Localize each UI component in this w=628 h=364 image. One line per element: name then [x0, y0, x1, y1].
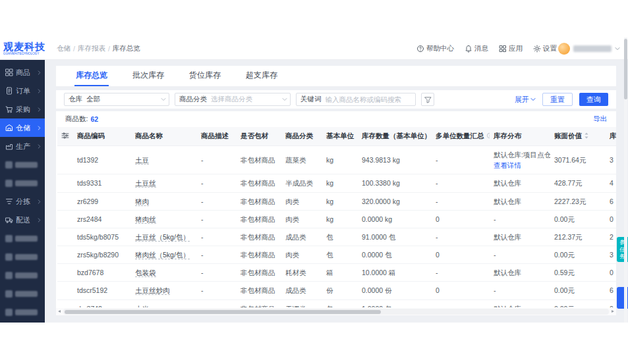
tab-3[interactable]: 超支库存 [244, 70, 279, 86]
vertical-scrollbar-thumb[interactable] [624, 39, 627, 99]
sidebar-item-blurred[interactable] [0, 174, 45, 192]
header-action-label: 消息 [474, 44, 488, 53]
sidebar-item-sorting[interactable]: 分拣 [0, 192, 45, 211]
cell-multi: 0 [432, 282, 490, 299]
scroll-right-arrow-icon[interactable] [609, 309, 616, 315]
cell-multi: - [432, 174, 490, 192]
sidebar-item-purchase[interactable]: 采购 [0, 100, 45, 118]
cell-age: 3 [606, 146, 616, 174]
filter-button[interactable] [421, 93, 434, 106]
reset-button[interactable]: 重置 [542, 93, 573, 106]
cell-value: 0.00元 [550, 210, 606, 228]
sidebar-item-blurred[interactable] [0, 247, 45, 266]
cell-name: 土豆丝炒肉 [131, 282, 197, 299]
product-name-link[interactable]: 土豆 [135, 156, 149, 165]
breadcrumb-item[interactable]: 库存报表 [78, 44, 105, 53]
expand-toggle[interactable]: 展开 [515, 95, 536, 105]
cell-age: 4 [606, 174, 616, 192]
cell-age: 0 [606, 264, 616, 282]
topbar: 观麦科技 GUANMAITECHNOLOGY 仓储/库存报表/库存总览 帮助中心… [0, 38, 628, 60]
keyword-input[interactable] [326, 95, 405, 103]
cell-desc: - [197, 282, 237, 299]
header-action-label: 帮助中心 [426, 44, 454, 53]
scrollbar-thumb[interactable] [65, 310, 381, 314]
tab-0[interactable]: 库存总览 [74, 70, 109, 86]
scroll-left-arrow-icon[interactable] [56, 309, 63, 315]
view-details-link[interactable]: 查看详情 [494, 161, 546, 170]
cell-category: 半成品类 [281, 174, 322, 192]
cell-unit: kg [322, 146, 358, 174]
logo-title: 观麦科技 [3, 41, 47, 51]
sidebar-item-warehouse[interactable]: 仓储 [0, 118, 45, 137]
header-action-gear[interactable]: 设置 [533, 44, 557, 53]
cell-unit: 包 [322, 228, 358, 246]
column-header-label: 库存数量（基本单位） [362, 132, 431, 140]
sidebar-item-blurred[interactable] [0, 303, 45, 321]
sidebar-item-delivery[interactable]: 配送 [0, 211, 45, 229]
column-settings-cell[interactable] [57, 127, 73, 146]
cell-qty: 91.0000 包 [358, 228, 432, 246]
breadcrumb-item[interactable]: 仓储 [57, 44, 71, 53]
product-icon [5, 68, 13, 76]
cell-name: 土豆丝 [131, 174, 197, 192]
column-header: 库存分布 [490, 127, 550, 146]
cell-name: 土豆丝（5kg/包） [131, 228, 197, 246]
scrollbar-track[interactable] [63, 309, 609, 315]
blurred-icon [5, 309, 13, 316]
warehouse-select[interactable]: 仓库 全部 [64, 93, 169, 106]
stock-distribution: - [494, 286, 546, 295]
product-name-link[interactable]: 猪肉丝 [135, 215, 156, 224]
product-name-link[interactable]: 土豆丝炒肉 [135, 286, 170, 295]
product-name-link[interactable]: 大米 [135, 305, 149, 307]
chevron-right-icon [37, 89, 42, 93]
product-name-link[interactable]: 土豆丝（5kg/包） [135, 233, 190, 242]
column-settings-icon[interactable] [61, 132, 69, 140]
cell-category: 成品类 [281, 228, 322, 246]
cell-dist: 默认仓库 [490, 192, 550, 210]
chevron-down-icon [161, 97, 166, 102]
product-name-link[interactable]: 土豆丝 [135, 179, 156, 188]
sidebar-item-blurred[interactable] [0, 155, 45, 174]
cell-category: 干调类 [281, 299, 322, 307]
cell-age: 2 [606, 228, 616, 246]
product-name-link[interactable]: 猪肉 [135, 197, 149, 206]
table-card: 商品数: 62 导出 商品编码商品名称商品描述是否包材商品分类基本单位库存数量（… [56, 111, 616, 315]
category-select[interactable]: 商品分类 选择商品分类 [175, 93, 291, 106]
row-leading-cell [57, 146, 73, 174]
sidebar-item-blurred[interactable] [0, 284, 45, 303]
cell-name: 猪肉 [131, 192, 197, 210]
tab-1[interactable]: 批次库存 [131, 70, 165, 86]
header-action-bell[interactable]: 消息 [465, 44, 488, 53]
table-row: zrs2484猪肉丝-非包材商品肉类kg0.0000 kg0-0.00元0 [57, 210, 616, 228]
blurred-icon [5, 180, 13, 187]
vertical-scrollbar[interactable] [624, 38, 627, 323]
product-name-link[interactable]: 包装袋 [135, 269, 156, 277]
tab-2[interactable]: 货位库存 [188, 70, 222, 86]
user-menu[interactable] [557, 43, 628, 55]
sidebar-item-blurred[interactable] [0, 229, 45, 247]
apps-icon [499, 45, 507, 53]
export-link[interactable]: 导出 [593, 115, 607, 124]
search-button[interactable]: 查询 [579, 93, 608, 106]
header-action-apps[interactable]: 应用 [499, 44, 523, 53]
sidebar-item-order[interactable]: 订单 [0, 82, 45, 100]
cell-packaging: 非包材商品 [237, 174, 281, 192]
product-name-link[interactable]: 猪肉丝（5kg/包） [135, 251, 190, 259]
header-action-help[interactable]: 帮助中心 [416, 44, 454, 53]
cell-multi: 0 [432, 246, 490, 264]
warehouse-value: 全部 [86, 95, 100, 104]
cell-age: 0 [606, 299, 616, 307]
sidebar-item-product[interactable]: 商品 [0, 63, 45, 82]
sidebar-item-production[interactable]: 生产 [0, 137, 45, 155]
stock-distribution: - [494, 215, 546, 224]
sidebar-item-blurred[interactable] [0, 266, 45, 284]
cell-desc: - [197, 246, 237, 264]
cell-dist: 默认仓库 [490, 264, 550, 282]
cell-code: zrs2484 [73, 210, 131, 228]
keyword-control[interactable]: 关键词 [296, 93, 416, 106]
horizontal-scrollbar[interactable] [56, 308, 616, 315]
column-header-label: 基本单位 [326, 132, 354, 140]
cell-dist: - [490, 210, 550, 228]
sort-icon[interactable] [584, 132, 589, 139]
cell-qty: 100.3380 kg [358, 174, 432, 192]
